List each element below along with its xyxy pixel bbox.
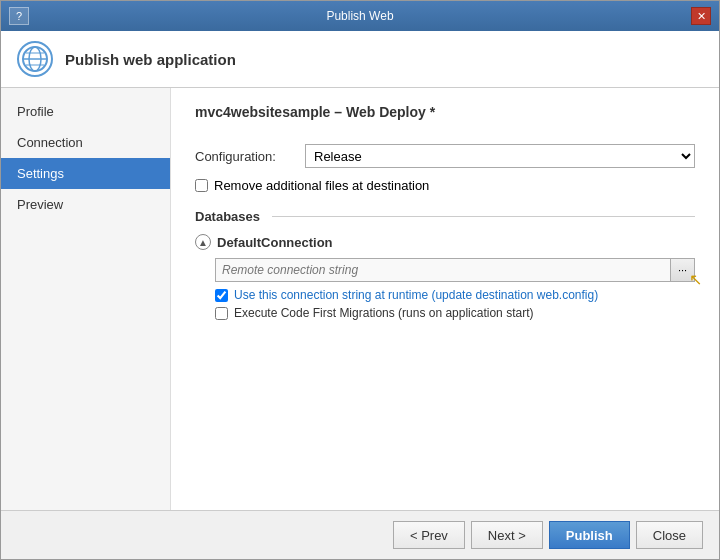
sidebar-item-connection[interactable]: Connection (1, 127, 170, 158)
header-bar: Publish web application (1, 31, 719, 88)
footer: < Prev Next > Publish Close (1, 510, 719, 559)
window-title: Publish Web (29, 9, 691, 23)
close-button[interactable]: Close (636, 521, 703, 549)
header-title: Publish web application (65, 51, 236, 68)
configuration-row: Configuration: Debug Release (195, 144, 695, 168)
configuration-select[interactable]: Debug Release (305, 144, 695, 168)
dots-icon: ··· (678, 264, 687, 276)
connection-string-input[interactable] (215, 258, 671, 282)
content-area: Profile Connection Settings Preview mvc4… (1, 88, 719, 510)
prev-button[interactable]: < Prev (393, 521, 465, 549)
use-connection-string-row: Use this connection string at runtime (u… (215, 288, 695, 302)
next-button[interactable]: Next > (471, 521, 543, 549)
execute-migrations-checkbox[interactable] (215, 307, 228, 320)
sidebar-item-profile[interactable]: Profile (1, 96, 170, 127)
execute-migrations-row: Execute Code First Migrations (runs on a… (215, 306, 695, 320)
title-bar: ? Publish Web ✕ (1, 1, 719, 31)
main-content: mvc4websitesample – Web Deploy * Configu… (171, 88, 719, 510)
sidebar: Profile Connection Settings Preview (1, 88, 171, 510)
remove-files-checkbox[interactable] (195, 179, 208, 192)
section-divider (272, 216, 695, 217)
help-button[interactable]: ? (9, 7, 29, 25)
db-input-row: ··· ↖ (215, 258, 695, 282)
connection-string-browse-button[interactable]: ··· ↖ (671, 258, 695, 282)
page-subtitle: mvc4websitesample – Web Deploy * (195, 104, 695, 128)
publish-button[interactable]: Publish (549, 521, 630, 549)
cursor-icon: ↖ (689, 270, 702, 289)
databases-label: Databases (195, 209, 260, 224)
db-group-default: ▲ DefaultConnection ··· ↖ Use this conne… (195, 234, 695, 320)
globe-icon (17, 41, 53, 77)
use-connection-string-checkbox[interactable] (215, 289, 228, 302)
publish-web-window: ? Publish Web ✕ Publish web application … (0, 0, 720, 560)
db-name: DefaultConnection (217, 235, 333, 250)
sidebar-item-preview[interactable]: Preview (1, 189, 170, 220)
db-group-header: ▲ DefaultConnection (195, 234, 695, 250)
remove-files-label: Remove additional files at destination (214, 178, 429, 193)
window-controls: ✕ (691, 7, 711, 25)
sidebar-item-settings[interactable]: Settings (1, 158, 170, 189)
databases-section-header: Databases (195, 209, 695, 224)
remove-files-row: Remove additional files at destination (195, 178, 695, 193)
collapse-button[interactable]: ▲ (195, 234, 211, 250)
execute-migrations-label: Execute Code First Migrations (runs on a… (234, 306, 533, 320)
use-connection-string-label: Use this connection string at runtime (u… (234, 288, 598, 302)
configuration-label: Configuration: (195, 149, 305, 164)
close-window-button[interactable]: ✕ (691, 7, 711, 25)
